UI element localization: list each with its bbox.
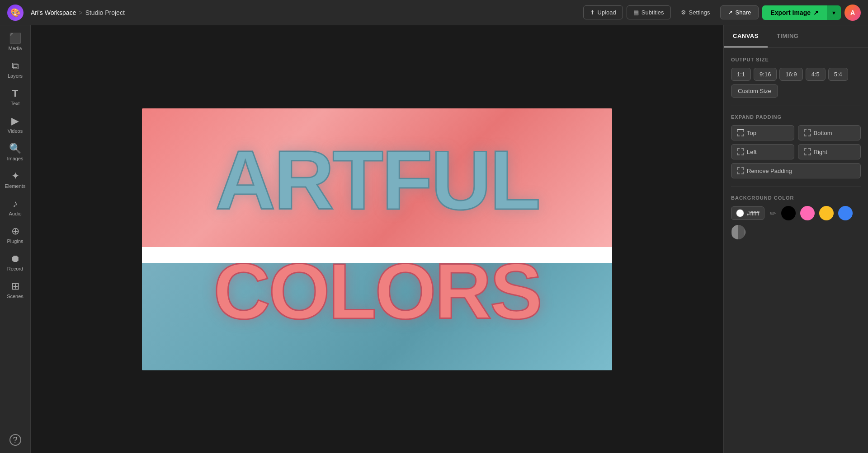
sidebar-help-button[interactable]: ? (2, 430, 28, 449)
padding-top-button[interactable]: Top (731, 125, 794, 140)
help-icon: ? (9, 434, 21, 446)
color-preview-dot (736, 209, 744, 217)
videos-icon: ▶ (11, 115, 19, 127)
background-color-label: BACKGROUND COLOR (731, 195, 861, 201)
expand-padding-label: EXPAND PADDING (731, 114, 861, 120)
breadcrumb-separator: > (79, 9, 82, 16)
breadcrumb: Ari's Workspace > Studio Project (31, 9, 125, 16)
size-1-1[interactable]: 1:1 (731, 68, 751, 81)
sidebar-item-audio[interactable]: ♪ Audio (2, 194, 28, 220)
sidebar-item-elements[interactable]: ✦ Elements (2, 167, 28, 192)
color-hex-display[interactable]: #ffffff (731, 206, 764, 220)
nav-actions: ⬆ Upload ▤ Subtitles ⚙ Settings ↗ Share … (583, 5, 861, 21)
remove-padding-icon (737, 167, 744, 174)
upload-button[interactable]: ⬆ Upload (583, 5, 623, 19)
remove-padding-button[interactable]: Remove Padding (731, 163, 861, 178)
panel-tabs: CANVAS TIMING (724, 25, 868, 48)
main-layout: ⬛ Media ⧉ Layers T Text ▶ Videos 🔍 Image… (0, 25, 868, 453)
size-9-16[interactable]: 9:16 (754, 68, 777, 81)
sidebar-item-images[interactable]: 🔍 Images (2, 139, 28, 165)
padding-right-icon (804, 148, 811, 155)
sidebar-item-plugins[interactable]: ⊕ Plugins (2, 222, 28, 248)
text-icon: T (12, 88, 18, 99)
canvas-area[interactable]: ARTFUL COLORS (31, 25, 723, 453)
background-color-section: BACKGROUND COLOR #ffffff ✏ (731, 195, 861, 239)
sidebar: ⬛ Media ⧉ Layers T Text ▶ Videos 🔍 Image… (0, 25, 31, 453)
export-image-button[interactable]: Export Image ↗ (762, 5, 827, 20)
sidebar-item-layers[interactable]: ⧉ Layers (2, 56, 28, 82)
art-bottom-section: COLORS (142, 247, 612, 370)
plugins-icon: ⊕ (11, 225, 19, 237)
output-size-section: OUTPUT SIZE 1:1 9:16 16:9 4:5 5:4 Custom… (731, 57, 861, 98)
eyedropper-button[interactable]: ✏ (769, 208, 777, 219)
custom-size-button[interactable]: Custom Size (731, 84, 778, 98)
share-icon: ↗ (728, 9, 733, 16)
colors-text: COLORS (213, 252, 541, 331)
padding-bottom-icon (804, 129, 811, 136)
swatch-yellow[interactable] (819, 206, 834, 220)
padding-right-button[interactable]: Right (798, 144, 861, 159)
logo-icon: 🎨 (10, 8, 20, 18)
right-panel: CANVAS TIMING OUTPUT SIZE 1:1 9:16 16:9 … (723, 25, 868, 453)
padding-left-button[interactable]: Left (731, 144, 794, 159)
record-icon: ⏺ (10, 253, 20, 265)
size-5-4[interactable]: 5:4 (828, 68, 848, 81)
upload-icon: ⬆ (590, 9, 595, 16)
art-top-section: ARTFUL (142, 108, 612, 252)
padding-left-icon (737, 148, 744, 155)
size-4-5[interactable]: 4:5 (806, 68, 826, 81)
output-size-label: OUTPUT SIZE (731, 57, 861, 62)
swatch-pink[interactable] (800, 206, 815, 220)
workspace-link[interactable]: Ari's Workspace (31, 9, 76, 16)
images-icon: 🔍 (9, 143, 21, 154)
padding-bottom-button[interactable]: Bottom (798, 125, 861, 140)
export-button-group: Export Image ↗ ▾ (762, 5, 841, 20)
divider-2 (731, 187, 861, 187)
export-dropdown-button[interactable]: ▾ (827, 5, 841, 20)
settings-button[interactable]: ⚙ Settings (675, 6, 717, 19)
elements-icon: ✦ (11, 170, 19, 182)
sidebar-item-videos[interactable]: ▶ Videos (2, 112, 28, 137)
art-divider (142, 247, 612, 263)
layers-icon: ⧉ (12, 60, 19, 72)
divider-1 (731, 106, 861, 106)
avatar[interactable]: A (844, 5, 861, 21)
settings-icon: ⚙ (681, 9, 686, 16)
app-logo: 🎨 (7, 5, 24, 21)
audio-icon: ♪ (13, 198, 18, 210)
project-name: Studio Project (85, 9, 125, 16)
sidebar-item-record[interactable]: ⏺ Record (2, 249, 28, 275)
topbar: 🎨 Ari's Workspace > Studio Project ⬆ Upl… (0, 0, 868, 25)
swatch-none[interactable] (731, 225, 745, 239)
color-hex-value: #ffffff (747, 210, 760, 217)
tab-canvas[interactable]: CANVAS (724, 25, 768, 47)
sidebar-item-text[interactable]: T Text (2, 84, 28, 110)
swatch-blue[interactable] (838, 206, 853, 220)
subtitles-icon: ▤ (633, 9, 639, 16)
export-icon: ↗ (813, 9, 819, 16)
artful-text: ARTFUL (215, 139, 539, 222)
artwork: ARTFUL COLORS (142, 108, 612, 370)
swatch-black[interactable] (781, 206, 796, 220)
expand-padding-section: EXPAND PADDING Top Bottom Left (731, 114, 861, 178)
size-16-9[interactable]: 16:9 (779, 68, 802, 81)
padding-grid: Top Bottom Left Right (731, 125, 861, 159)
subtitles-button[interactable]: ▤ Subtitles (627, 5, 671, 19)
size-options: 1:1 9:16 16:9 4:5 5:4 (731, 68, 861, 81)
panel-content: OUTPUT SIZE 1:1 9:16 16:9 4:5 5:4 Custom… (724, 48, 868, 453)
sidebar-item-scenes[interactable]: ⊞ Scenes (2, 277, 28, 303)
share-button[interactable]: ↗ Share (720, 5, 759, 19)
scenes-icon: ⊞ (11, 280, 19, 292)
background-color-row: #ffffff ✏ (731, 206, 861, 239)
media-icon: ⬛ (9, 33, 21, 44)
sidebar-item-media[interactable]: ⬛ Media (2, 29, 28, 55)
tab-timing[interactable]: TIMING (768, 25, 808, 47)
padding-top-icon (737, 129, 744, 136)
